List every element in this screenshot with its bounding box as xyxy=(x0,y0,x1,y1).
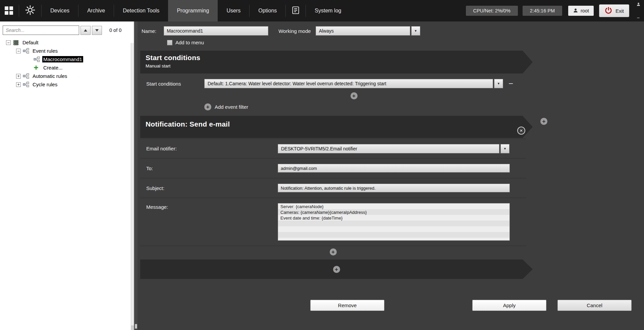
tree-item-macrocommand1[interactable]: Macrocommand1 xyxy=(0,55,134,63)
add-to-menu-checkbox[interactable] xyxy=(167,40,172,45)
tab-users[interactable]: Users xyxy=(218,0,249,21)
message-label: Message: xyxy=(146,198,278,210)
tree-item-label: Event rules xyxy=(32,48,59,54)
server-icon xyxy=(13,40,19,46)
subject-label: Subject: xyxy=(146,185,278,191)
expand-toggle-icon[interactable]: + xyxy=(16,82,21,87)
start-condition-row: Start conditions Default: 1.Camera: Wate… xyxy=(146,79,533,88)
settings-button[interactable] xyxy=(19,5,41,16)
name-label: Name: xyxy=(142,28,156,34)
name-row: Name: Working mode Always ▼ xyxy=(142,26,533,36)
tab-detection-tools[interactable]: Detection Tools xyxy=(114,0,168,21)
rule-icon xyxy=(23,73,30,79)
top-bar: Devices Archive Detection Tools Programm… xyxy=(0,0,644,21)
collapse-toggle-icon[interactable]: − xyxy=(16,49,21,53)
email-notifier-dropdown-button[interactable]: ▼ xyxy=(500,144,509,153)
email-notifier-row: Email notifier: DESKTOP-5VRITM5/2.Email … xyxy=(140,139,526,158)
system-log-icon-button[interactable] xyxy=(286,6,306,16)
app-window: Devices Archive Detection Tools Programm… xyxy=(0,0,644,330)
tree-item-default[interactable]: − Default xyxy=(0,38,134,47)
tab-devices[interactable]: Devices xyxy=(42,0,78,21)
rule-icon xyxy=(23,48,30,54)
gear-icon xyxy=(25,5,35,16)
to-input[interactable] xyxy=(278,164,510,173)
object-tree: − Default − xyxy=(0,38,134,89)
search-input[interactable] xyxy=(3,26,79,35)
add-filter-plus-icon: + xyxy=(204,103,211,110)
add-action-banner: + xyxy=(140,260,533,279)
email-notifier-label: Email notifier: xyxy=(146,146,278,151)
panel-splitter[interactable] xyxy=(134,21,138,330)
footer-buttons-row: Remove Apply Cancel xyxy=(140,300,533,320)
chevron-down-icon xyxy=(95,29,99,32)
tab-options[interactable]: Options xyxy=(250,0,285,21)
add-event-filter-label: Add event filter xyxy=(215,104,248,110)
tab-system-log[interactable]: System log xyxy=(306,0,350,21)
start-condition-dropdown-button[interactable]: ▼ xyxy=(494,79,503,88)
notification-banner: Notification: Send e-mail xyxy=(140,116,533,138)
cancel-button[interactable]: Cancel xyxy=(557,300,632,311)
report-icon xyxy=(291,6,300,16)
add-event-filter-button[interactable]: + Add event filter xyxy=(204,103,533,110)
tab-programming[interactable]: Programming xyxy=(168,0,218,21)
add-condition-row: + xyxy=(204,92,503,99)
add-action-banner-wrap: + xyxy=(140,260,533,279)
splitter-handle[interactable] xyxy=(135,324,137,329)
working-mode-dropdown-button[interactable]: ▼ xyxy=(411,26,420,36)
macro-editor-content: Name: Working mode Always ▼ Add to menu … xyxy=(140,26,533,320)
remove-button[interactable]: Remove xyxy=(310,300,384,311)
add-plus-icon xyxy=(34,65,40,71)
working-mode-select[interactable]: Always xyxy=(316,26,410,36)
layout-grid-icon[interactable] xyxy=(5,6,13,15)
tab-archive[interactable]: Archive xyxy=(78,0,114,21)
dropdown-arrow-icon: ▼ xyxy=(497,82,500,85)
tree-item-label: Cycle rules xyxy=(32,81,58,88)
subject-input[interactable] xyxy=(278,184,510,192)
exit-label: Exit xyxy=(615,8,624,14)
user-icon xyxy=(573,8,578,14)
to-row: To: xyxy=(140,158,526,178)
add-action-branch-plus-icon[interactable]: + xyxy=(540,118,547,125)
remove-condition-icon[interactable]: − xyxy=(508,80,513,87)
current-user-button[interactable]: root xyxy=(568,6,594,16)
add-action-plus-icon[interactable]: + xyxy=(333,266,340,273)
topbar-right-group: CPU/Net: 2%/0% 2:45:16 PM root xyxy=(461,1,644,20)
tree-item-automatic-rules[interactable]: + Automatic rules xyxy=(0,72,134,80)
object-tree-sidebar: 0 of 0 − Default − xyxy=(0,21,134,330)
dropdown-arrow-icon: ▼ xyxy=(414,29,417,33)
remove-action-close-icon[interactable]: × xyxy=(517,127,525,135)
mini-user-icon[interactable] xyxy=(636,2,641,8)
scrollbar-corner xyxy=(131,326,134,330)
exit-button[interactable]: Exit xyxy=(599,4,629,17)
add-condition-plus-icon[interactable]: + xyxy=(351,92,358,99)
message-textarea[interactable]: Server: {cameraNode} Cameras: {cameraNam… xyxy=(278,203,510,241)
message-line: Event date and time: {dateTime} xyxy=(280,215,507,221)
name-input[interactable] xyxy=(164,26,268,36)
search-prev-button[interactable] xyxy=(80,26,91,35)
add-form-field-plus-icon[interactable]: + xyxy=(330,248,337,255)
tree-item-create[interactable]: Create... xyxy=(0,63,134,72)
clock-badge: 2:45:16 PM xyxy=(523,6,562,16)
tree-item-cycle-rules[interactable]: + Cycle rules xyxy=(0,80,134,89)
search-next-button[interactable] xyxy=(92,26,102,35)
email-notification-form: Email notifier: DESKTOP-5VRITM5/2.Email … xyxy=(140,139,526,257)
minimize-icon[interactable]: − xyxy=(637,16,640,20)
start-condition-select[interactable]: Default: 1.Camera: Water level detector:… xyxy=(204,79,493,88)
tree-item-label: Automatic rules xyxy=(32,73,68,79)
tree-search-row: 0 of 0 xyxy=(3,26,131,35)
start-conditions-banner: Start conditions Manual start xyxy=(140,51,533,74)
message-row: Message: Server: {cameraNode} Cameras: {… xyxy=(140,198,526,246)
rule-icon xyxy=(23,82,30,88)
macro-editor-panel: Name: Working mode Always ▼ Add to menu … xyxy=(138,21,644,330)
username-label: root xyxy=(581,8,589,13)
expand-toggle-icon[interactable]: + xyxy=(16,74,21,79)
tree-item-event-rules[interactable]: − Event rules xyxy=(0,47,134,55)
apply-button[interactable]: Apply xyxy=(472,300,546,311)
sidebar-scrollbar[interactable] xyxy=(131,43,134,330)
collapse-toggle-icon[interactable]: − xyxy=(6,40,11,45)
email-notifier-select[interactable]: DESKTOP-5VRITM5/2.Email notifier xyxy=(278,144,499,153)
working-mode-label: Working mode xyxy=(278,28,311,34)
notification-banner-wrap: Notification: Send e-mail × + xyxy=(140,116,533,138)
add-to-menu-label: Add to menu xyxy=(175,40,204,45)
chevron-up-icon xyxy=(84,29,87,32)
